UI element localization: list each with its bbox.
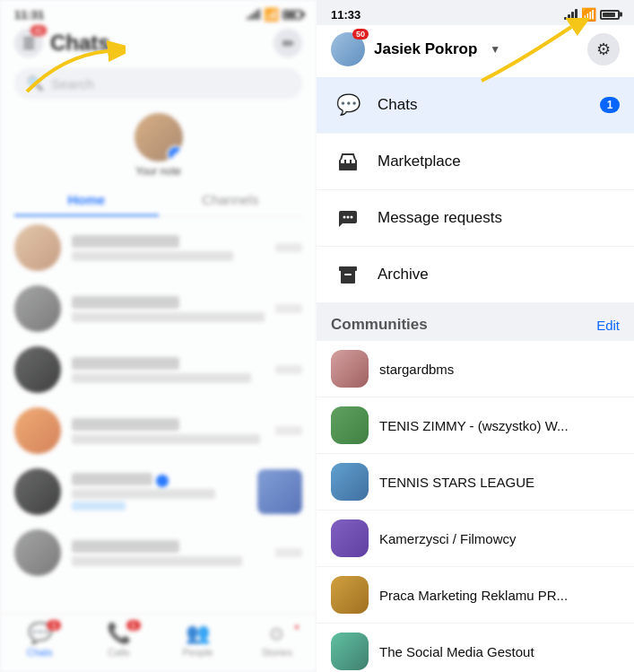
tab-calls-label: Calls bbox=[108, 647, 129, 658]
message-requests-icon bbox=[331, 201, 365, 235]
marketplace-menu-icon bbox=[331, 144, 365, 179]
tab-people[interactable]: 👥 People bbox=[159, 622, 238, 658]
stories-tab-icon: ⊙ bbox=[265, 622, 289, 645]
add-note-icon: + bbox=[167, 145, 183, 161]
community-name: Kamerzysci / Filmowcy bbox=[379, 531, 517, 546]
community-name: Praca Marketing Reklamu PR... bbox=[379, 588, 568, 603]
wifi-icon-left: 📶 bbox=[264, 7, 279, 22]
time-right: 11:33 bbox=[331, 8, 360, 22]
stories-badge bbox=[293, 624, 300, 631]
view-more[interactable] bbox=[72, 502, 126, 511]
avatar bbox=[14, 529, 61, 576]
avatar bbox=[14, 346, 61, 393]
community-item[interactable]: stargardbms bbox=[317, 341, 634, 397]
chat-time bbox=[275, 243, 302, 252]
search-bar[interactable]: 🔍 Search bbox=[14, 68, 302, 99]
archive-icon bbox=[331, 257, 365, 292]
menu-item-archive[interactable]: Archive bbox=[317, 247, 634, 303]
bottom-tab-bar: 💬 Chats 1 📞 Calls 1 👥 People ⊙ Stories bbox=[0, 614, 317, 672]
community-list: stargardbms TENIS ZIMMY - (wszystko) W..… bbox=[317, 341, 634, 672]
menu-list: 💬 Chats 1 Marketplace bbox=[317, 77, 634, 303]
chats-menu-badge: 1 bbox=[600, 97, 620, 113]
menu-label-chats: Chats bbox=[378, 96, 587, 114]
battery-right bbox=[600, 10, 620, 20]
your-note-section[interactable]: + Your note bbox=[0, 106, 317, 185]
svg-point-7 bbox=[347, 216, 350, 219]
tab-chats-label: Chats bbox=[27, 647, 53, 658]
search-placeholder: Search bbox=[51, 76, 94, 92]
profile-badge: 50 bbox=[352, 29, 369, 39]
chat-list bbox=[0, 217, 317, 614]
chat-name bbox=[72, 357, 179, 370]
chat-time bbox=[275, 365, 302, 374]
signal-bar-left bbox=[247, 9, 260, 20]
chats-badge: 1 bbox=[47, 620, 61, 631]
community-name: TENIS ZIMMY - (wszystko) W... bbox=[379, 418, 569, 433]
signal-icons-right: 📶 bbox=[564, 7, 620, 22]
left-header: ☰ 41 Chats ✏ bbox=[0, 25, 317, 65]
chat-time bbox=[275, 548, 302, 557]
communities-title: Communities bbox=[331, 316, 428, 334]
chats-menu-icon: 💬 bbox=[331, 88, 365, 122]
community-avatar bbox=[331, 350, 369, 388]
people-tab-icon: 👥 bbox=[187, 622, 210, 645]
community-name: TENNIS STARS LEAGUE bbox=[379, 475, 534, 490]
profile-left[interactable]: 50 Jasiek Pokrop ▼ bbox=[331, 32, 500, 66]
status-bar-left: 11:31 📶 bbox=[0, 0, 317, 25]
community-avatar bbox=[331, 519, 369, 557]
menu-label-marketplace: Marketplace bbox=[378, 153, 620, 170]
community-item[interactable]: Kamerzysci / Filmowcy bbox=[317, 511, 634, 567]
chat-item[interactable] bbox=[0, 217, 317, 278]
chat-info bbox=[72, 473, 247, 511]
header-left-group: ☰ 41 Chats bbox=[14, 29, 110, 57]
chat-item[interactable] bbox=[0, 400, 317, 461]
hamburger-button[interactable]: ☰ 41 bbox=[14, 29, 43, 57]
chat-item[interactable] bbox=[0, 461, 317, 522]
tab-stories-label: Stories bbox=[262, 647, 292, 658]
verified-icon bbox=[156, 475, 169, 487]
time-left: 11:31 bbox=[14, 8, 44, 22]
chat-preview-image bbox=[257, 469, 302, 514]
compose-button[interactable]: ✏ bbox=[274, 29, 302, 57]
svg-rect-3 bbox=[341, 160, 344, 163]
community-item[interactable]: The Social Media Gestout bbox=[317, 624, 634, 672]
chat-message bbox=[72, 312, 265, 322]
tab-stories[interactable]: ⊙ Stories bbox=[238, 622, 317, 658]
profile-name: Jasiek Pokrop bbox=[374, 40, 477, 58]
gear-icon: ⚙ bbox=[596, 39, 611, 59]
chat-name bbox=[72, 296, 179, 309]
menu-item-chats[interactable]: 💬 Chats 1 bbox=[317, 77, 634, 134]
community-avatar bbox=[331, 633, 369, 670]
note-label: Your note bbox=[135, 165, 181, 178]
community-item[interactable]: TENIS ZIMMY - (wszystko) W... bbox=[317, 397, 634, 454]
settings-button[interactable]: ⚙ bbox=[587, 33, 620, 65]
chat-item[interactable] bbox=[0, 522, 317, 583]
signal-icons-left: 📶 bbox=[247, 7, 302, 22]
note-avatar: + bbox=[135, 113, 183, 161]
communities-edit-button[interactable]: Edit bbox=[596, 318, 620, 333]
community-name: The Social Media Gestout bbox=[379, 644, 534, 659]
menu-item-message-requests[interactable]: Message requests bbox=[317, 190, 634, 247]
tab-calls[interactable]: 📞 Calls 1 bbox=[79, 622, 158, 658]
tab-home[interactable]: Home bbox=[14, 185, 159, 216]
chat-name bbox=[72, 235, 179, 248]
menu-item-marketplace[interactable]: Marketplace bbox=[317, 134, 634, 190]
community-name: stargardbms bbox=[379, 362, 454, 377]
wifi-icon-right: 📶 bbox=[581, 7, 596, 22]
community-item[interactable]: TENNIS STARS LEAGUE bbox=[317, 454, 634, 511]
chat-info bbox=[72, 357, 265, 383]
community-avatar bbox=[331, 406, 369, 444]
tab-channels[interactable]: Channels bbox=[159, 185, 303, 216]
tab-chats[interactable]: 💬 Chats 1 bbox=[0, 622, 79, 658]
chat-item[interactable] bbox=[0, 339, 317, 400]
chats-title: Chats bbox=[50, 31, 110, 56]
chat-info bbox=[72, 540, 265, 566]
chat-message bbox=[72, 434, 260, 444]
chat-message bbox=[72, 373, 251, 383]
community-avatar bbox=[331, 463, 369, 501]
tab-people-label: People bbox=[182, 647, 213, 658]
chat-item[interactable] bbox=[0, 278, 317, 339]
svg-point-8 bbox=[351, 216, 353, 219]
svg-point-6 bbox=[343, 216, 346, 219]
community-item[interactable]: Praca Marketing Reklamu PR... bbox=[317, 567, 634, 624]
